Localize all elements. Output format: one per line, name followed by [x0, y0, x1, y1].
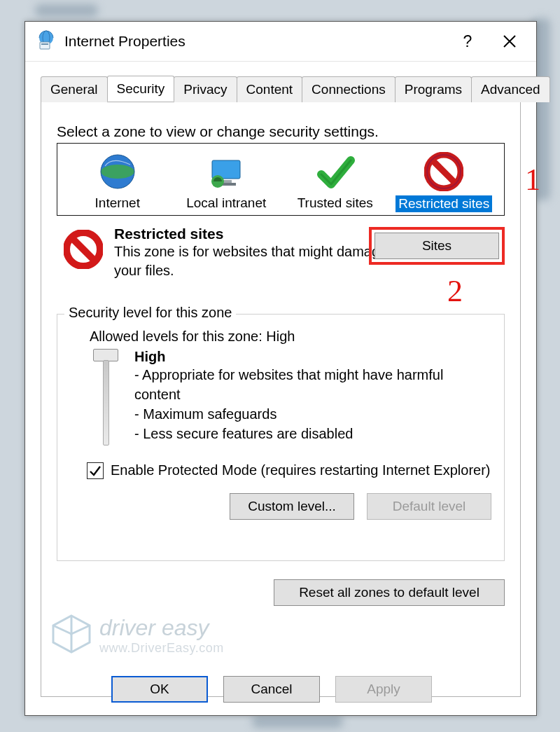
svg-point-5	[101, 165, 134, 179]
tab-bar: General Security Privacy Content Connect…	[41, 76, 521, 102]
dialog-buttons: OK Cancel Apply	[25, 676, 536, 703]
ok-button[interactable]: OK	[111, 676, 208, 703]
dialog-title: Internet Properties	[64, 33, 447, 50]
close-button[interactable]	[489, 22, 531, 61]
internet-properties-dialog: Internet Properties ? General Security P…	[24, 21, 537, 716]
allowed-levels-text: Allowed levels for this zone: High	[90, 329, 491, 345]
default-level-button: Default level	[367, 493, 491, 520]
zone-trusted-sites[interactable]: Trusted sites	[286, 152, 384, 212]
protected-mode-checkbox[interactable]	[87, 462, 104, 479]
svg-line-12	[433, 161, 454, 182]
annotation-highlight-sites: Sites	[369, 227, 505, 265]
level-bullet: - Appropriate for websites that might ha…	[134, 365, 491, 404]
level-bullets: - Appropriate for websites that might ha…	[134, 365, 491, 443]
checkmark-icon	[316, 152, 355, 191]
internet-options-icon	[35, 29, 57, 54]
sites-button[interactable]: Sites	[374, 233, 499, 259]
protected-mode-label: Enable Protected Mode (requires restarti…	[111, 462, 491, 478]
zone-label: Trusted sites	[298, 195, 373, 211]
zone-label: Restricted sites	[396, 195, 492, 212]
monitor-icon	[206, 152, 246, 191]
zone-list: Internet Local intranet Trusted sites	[57, 143, 505, 216]
prohibited-icon	[424, 152, 463, 191]
svg-line-15	[73, 239, 94, 260]
cancel-button[interactable]: Cancel	[223, 676, 320, 703]
security-panel: Select a zone to view or change security…	[41, 102, 521, 697]
tab-privacy[interactable]: Privacy	[174, 76, 237, 102]
tab-programs[interactable]: Programs	[395, 76, 472, 102]
titlebar: Internet Properties ?	[25, 22, 536, 62]
zone-label: Internet	[95, 195, 140, 211]
tab-general[interactable]: General	[41, 76, 108, 102]
globe-icon	[98, 152, 137, 191]
prohibited-icon	[64, 230, 107, 280]
zone-prompt: Select a zone to view or change security…	[57, 123, 505, 140]
tab-security[interactable]: Security	[107, 76, 175, 102]
svg-rect-3	[41, 43, 48, 45]
custom-level-button[interactable]: Custom level...	[230, 493, 354, 520]
security-level-slider[interactable]	[87, 349, 125, 446]
zone-label: Local intranet	[186, 195, 266, 211]
security-level-group: Security level for this zone Allowed lev…	[57, 314, 505, 561]
level-name: High	[134, 349, 491, 365]
svg-rect-2	[40, 42, 50, 49]
tab-content[interactable]: Content	[237, 76, 303, 102]
zone-local-intranet[interactable]: Local intranet	[177, 152, 275, 212]
help-button[interactable]: ?	[447, 22, 489, 61]
apply-button: Apply	[335, 676, 432, 703]
level-bullet: - Less secure features are disabled	[134, 424, 491, 443]
zone-restricted-sites[interactable]: Restricted sites	[395, 152, 493, 212]
security-level-legend: Security level for this zone	[64, 305, 236, 321]
reset-zones-button[interactable]: Reset all zones to default level	[274, 579, 505, 606]
tab-connections[interactable]: Connections	[302, 76, 396, 102]
level-bullet: - Maximum safeguards	[134, 404, 491, 424]
zone-internet[interactable]: Internet	[69, 152, 167, 212]
tab-advanced[interactable]: Advanced	[471, 76, 550, 102]
